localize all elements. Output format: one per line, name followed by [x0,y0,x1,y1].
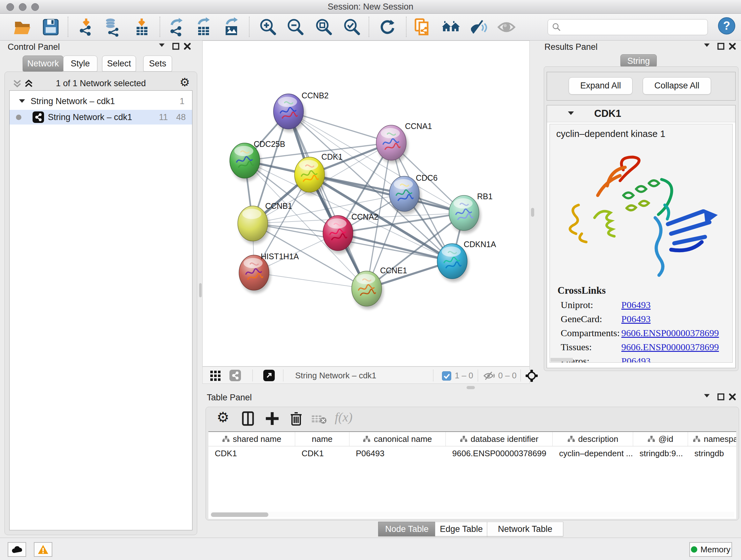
node-RB1[interactable] [449,195,481,233]
results-panel-close-button[interactable] [727,43,738,52]
birds-eye-view-icon[interactable] [526,370,538,382]
cell-name[interactable]: CDK1 [295,446,349,460]
eye-disabled-icon[interactable] [496,17,516,37]
column-header-namespace[interactable]: namespace [688,432,736,446]
table-hscrollbar[interactable] [210,512,734,517]
expand-all-button[interactable]: Expand All [569,77,632,95]
zoom-in-icon[interactable] [258,17,278,37]
export-table-icon[interactable] [194,17,213,37]
hide-labels-icon[interactable] [468,17,488,37]
node-CCNE1[interactable] [352,271,383,309]
cell--id[interactable]: stringdb:9... [633,446,688,460]
collapse-tree-icon[interactable] [19,99,25,103]
control-panel-close-button[interactable] [182,43,193,52]
result-entry-header[interactable]: CDK1 [547,105,735,122]
crosslink-value-link[interactable]: P06493 [621,314,651,324]
help-icon[interactable]: ? [718,17,737,37]
import-network-file-icon[interactable] [77,17,96,37]
column-header-description[interactable]: description [553,432,633,446]
column-header-shared-name[interactable]: shared name [208,432,295,446]
show-all-networks-icon[interactable] [441,17,461,37]
network-collection-row[interactable]: String Network – cdk1 1 [10,94,192,109]
network-view-canvas[interactable]: CCNB2CCNA1CDC25BCDK1CDC6RB1CCNB1CCNA2CDK… [202,41,530,367]
import-network-database-icon[interactable] [103,17,123,37]
cell-database-identifier[interactable]: 9606.ENSP00000378699 [446,446,553,460]
crosslink-value-link[interactable]: P06493 [621,300,651,310]
tab-select[interactable]: Select [102,56,136,71]
export-image-icon[interactable] [222,17,242,37]
table-panel-close-button[interactable] [727,393,738,403]
crosslink-value-link[interactable]: 9606.ENSP00000378699 [621,327,719,338]
edge-CCNE1-HIST1H1A[interactable] [254,273,367,289]
network-options-gear-icon[interactable]: ⚙ [180,76,190,89]
window-title: Session: New Session [0,0,741,13]
collapse-all-button[interactable]: Collapse All [643,77,711,95]
edge-hidden-count: 0 – 0 [498,367,517,384]
column-header-canonical-name[interactable]: canonical name [349,432,446,446]
import-table-file-icon[interactable] [132,17,152,37]
zoom-out-icon[interactable] [286,17,306,37]
column-header--id[interactable]: @id [633,432,688,446]
control-panel-menu-button[interactable] [156,43,167,52]
collapse-entry-icon[interactable] [568,111,574,115]
cell-shared-name[interactable]: CDK1 [208,446,295,460]
hidden-elements-icon[interactable] [483,371,495,380]
node-CCNB2[interactable] [273,94,305,132]
cell-canonical-name[interactable]: P06493 [349,446,446,460]
table-row[interactable]: CDK1CDK1P064939606.ENSP00000378699cyclin… [208,446,736,460]
results-panel-float-button[interactable] [716,43,726,52]
node-table-container: ⚙ f(x) shared namenamecanonical namedata… [205,407,739,520]
selected-nodes-checkbox[interactable] [442,371,451,381]
control-canvas-splitter[interactable] [199,41,202,367]
grid-view-icon[interactable] [210,371,221,381]
node-CDKN1A[interactable] [437,244,469,282]
control-panel-float-button[interactable] [171,43,181,52]
zoom-fit-icon[interactable] [314,17,334,37]
window-titlebar: Session: New Session [0,0,741,14]
open-session-icon[interactable] [12,17,32,37]
search-input[interactable] [564,19,703,35]
node-table: shared namenamecanonical namedatabase id… [208,431,736,519]
edge-CCNB2-CCNE1[interactable] [288,111,367,289]
warning-status-button[interactable] [34,542,52,557]
tab-sets[interactable]: Sets [143,56,172,71]
results-panel-menu-button[interactable] [701,43,712,52]
column-header-database-identifier[interactable]: database identifier [446,432,553,446]
crosslink-row: Uniprot:P06493 [561,300,732,310]
cloud-status-button[interactable] [8,542,26,557]
results-hscrollbar[interactable] [550,358,573,362]
export-network-icon[interactable] [166,17,186,37]
detach-view-icon[interactable] [263,370,275,381]
canvas-table-splitter[interactable] [202,384,530,391]
table-options-gear-icon[interactable]: ⚙ [217,409,229,425]
network-type-icon[interactable] [229,370,241,381]
zoom-selected-icon[interactable] [342,17,362,37]
save-session-icon[interactable] [41,17,61,37]
crosslink-value-link[interactable]: P06493 [621,356,651,363]
crosslink-label: Tissues: [561,341,621,353]
node-CCNA1[interactable] [376,125,408,163]
table-panel-float-button[interactable] [716,393,726,403]
tab-string[interactable]: String [620,54,657,68]
tab-style[interactable]: Style [63,56,97,71]
table-panel-menu-button[interactable] [701,393,712,403]
canvas-results-splitter[interactable] [530,41,541,367]
cell-description[interactable]: cyclin–dependent ... [553,446,633,460]
tab-network[interactable]: Network [23,56,64,71]
show-columns-icon[interactable] [241,411,255,426]
node-CDC25B[interactable] [230,143,261,181]
crosslink-value-link[interactable]: 9606.ENSP00000378699 [621,341,719,353]
delete-column-icon[interactable] [289,411,303,426]
copy-network-icon[interactable] [413,17,433,37]
memory-button[interactable]: Memory [689,542,732,557]
column-header-name[interactable]: name [295,432,349,446]
add-column-icon[interactable] [265,411,279,426]
cell-namespace[interactable]: stringdb [688,446,736,460]
network-row-selected[interactable]: String Network – cdk1 11 48 [10,110,192,125]
node-CDK1[interactable] [294,157,326,195]
tab-node-table[interactable]: Node Table [378,522,435,537]
tab-network-table[interactable]: Network Table [487,522,563,537]
refresh-view-icon[interactable] [378,17,398,37]
tab-edge-table[interactable]: Edge Table [435,522,488,537]
table-panel: Table Panel ⚙ f(x) shared namenamecanoni… [202,391,741,537]
